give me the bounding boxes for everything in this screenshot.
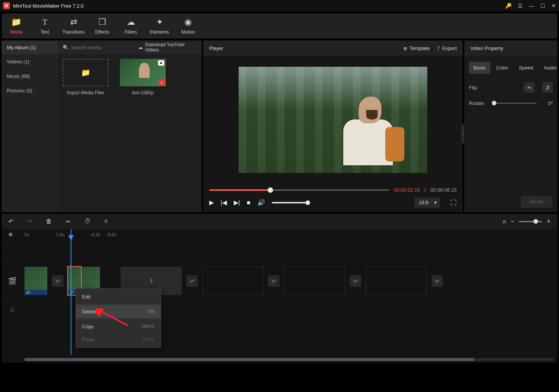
volume-slider[interactable] xyxy=(272,202,310,203)
stop-button[interactable]: ■ xyxy=(247,199,250,206)
timeline-toolbar: ↶ ↷ 🗑 ✂ ⏱ ⌗ ⎚ − + xyxy=(2,214,557,229)
redo-button[interactable]: ↷ xyxy=(27,218,32,225)
media-panel: My Album (1) Videos (1) Music (88) Pictu… xyxy=(2,40,202,212)
time-total: 00:00:06.15 xyxy=(430,187,457,193)
upload-icon: ⤴ xyxy=(437,45,440,51)
app-title: MiniTool MovieMaker Free 7.2.0 xyxy=(13,3,505,9)
volume-icon[interactable]: 🔊 xyxy=(257,199,265,206)
fit-zoom-icon[interactable]: ⎚ xyxy=(503,219,506,224)
play-button[interactable]: ▶ xyxy=(209,199,214,206)
prop-tab-basic[interactable]: Basic xyxy=(469,62,490,74)
elements-icon: ✦ xyxy=(156,17,163,27)
zoom-out-button[interactable]: − xyxy=(511,218,515,226)
search-field[interactable] xyxy=(71,45,135,50)
transition-slot[interactable]: ⇄ xyxy=(268,275,280,287)
folder-open-icon: 📁 xyxy=(81,68,90,77)
sidebar-item-music[interactable]: Music (88) xyxy=(2,69,58,83)
flip-label: Flip: xyxy=(469,85,492,90)
maximize-button[interactable]: ☐ xyxy=(540,3,545,9)
cloud-icon: ☁ xyxy=(138,45,143,50)
add-track-button[interactable]: ⊕ xyxy=(8,231,13,237)
media-sidebar: My Album (1) Videos (1) Music (88) Pictu… xyxy=(2,40,58,212)
reset-button[interactable]: Reset xyxy=(521,196,552,208)
tab-filters[interactable]: ☁ Filters xyxy=(116,13,145,39)
folder-icon: 📁 xyxy=(11,17,21,27)
speed-button[interactable]: ⏱ xyxy=(84,218,90,225)
player-title: Player xyxy=(209,45,396,51)
aspect-ratio-select[interactable]: 16:9 xyxy=(414,197,440,208)
flip-vertical-button[interactable]: ⇵ xyxy=(542,82,553,93)
property-panel: Video Property › Basic Color Speed Audio… xyxy=(464,40,557,212)
sidebar-item-pictures[interactable]: Pictures (0) xyxy=(2,83,58,98)
playback-scrubber[interactable] xyxy=(209,189,389,191)
minimize-button[interactable]: ― xyxy=(529,3,534,9)
download-icon: ⬇ xyxy=(149,277,154,285)
split-button[interactable]: ✂ xyxy=(66,218,71,225)
export-button[interactable]: ⤴ Export xyxy=(437,45,457,51)
transition-slot[interactable]: ⇄ xyxy=(431,275,443,287)
video-track-icon: 🎬 xyxy=(5,277,20,285)
context-menu: Edit Delete Del Copy Ctrl+C Paste Ctrl+V xyxy=(76,288,161,348)
drop-zone[interactable] xyxy=(366,267,427,295)
timeline-scrollbar[interactable] xyxy=(24,358,554,361)
drop-zone[interactable] xyxy=(202,267,263,295)
ctx-copy[interactable]: Copy Ctrl+C xyxy=(76,320,161,333)
zoom-in-button[interactable]: + xyxy=(546,218,551,226)
search-input[interactable]: 🔍 xyxy=(63,45,135,50)
tab-elements[interactable]: ✦ Elements xyxy=(145,13,174,39)
drop-zone[interactable] xyxy=(284,267,345,295)
ctx-delete[interactable]: Delete Del xyxy=(76,305,161,318)
tab-motion[interactable]: ◉ Motion xyxy=(174,13,202,39)
sidebar-item-videos[interactable]: Videos (1) xyxy=(2,54,58,69)
tab-text[interactable]: T Text xyxy=(31,13,59,39)
import-media-button[interactable]: 📁 xyxy=(63,59,108,86)
layers-icon: ≣ xyxy=(403,45,407,51)
filters-icon: ☁ xyxy=(127,17,135,27)
playhead[interactable] xyxy=(71,229,71,355)
transition-slot[interactable]: ⇄ xyxy=(350,275,361,287)
album-title[interactable]: My Album (1) xyxy=(2,40,58,54)
tab-transitions[interactable]: ⇄ Transitions xyxy=(59,13,88,39)
zoom-slider[interactable] xyxy=(519,221,542,222)
timeline-clip[interactable]: 🔊 xyxy=(24,267,47,295)
player-panel: Player ≣ Template ⤴ Export xyxy=(203,40,463,212)
check-icon: ✓ xyxy=(159,79,165,85)
template-button[interactable]: ≣ Template xyxy=(403,45,430,51)
undo-button[interactable]: ↶ xyxy=(8,218,13,225)
prop-tab-audio[interactable]: Audio xyxy=(539,62,559,74)
import-label: Import Media Files xyxy=(67,90,105,95)
crop-button[interactable]: ⌗ xyxy=(104,218,108,225)
delete-button[interactable]: 🗑 xyxy=(46,218,52,225)
transition-slot[interactable]: ⇄ xyxy=(186,275,198,287)
search-icon: 🔍 xyxy=(63,45,69,50)
transition-slot[interactable]: ⇄ xyxy=(52,275,63,287)
motion-icon: ◉ xyxy=(184,17,192,27)
overlay-track[interactable] xyxy=(2,240,557,263)
prop-tab-speed[interactable]: Speed xyxy=(514,62,538,74)
tab-effects[interactable]: ❐ Effects xyxy=(88,13,116,39)
next-frame-button[interactable]: ▶| xyxy=(234,199,240,206)
time-current: 00:00:02.16 xyxy=(394,187,420,193)
ctx-paste: Paste Ctrl+V xyxy=(76,333,161,346)
transitions-icon: ⇄ xyxy=(70,17,77,27)
key-icon[interactable]: 🔑 xyxy=(505,3,512,9)
prop-tab-color[interactable]: Color xyxy=(492,62,513,74)
menu-icon[interactable]: ☰ xyxy=(518,3,523,9)
ctx-edit[interactable]: Edit xyxy=(76,290,161,303)
tab-media[interactable]: 📁 Media xyxy=(2,13,31,39)
timeline-ruler[interactable]: ⊕ 0s 2.6s 4.3s 6.6s xyxy=(2,229,557,240)
video-preview[interactable] xyxy=(239,67,427,173)
toolbar-tabs: 📁 Media T Text ⇄ Transitions ❐ Effects ☁… xyxy=(2,13,557,39)
video-icon: ■ xyxy=(158,60,164,66)
rotate-slider[interactable] xyxy=(492,103,537,104)
fullscreen-button[interactable]: ⛶ xyxy=(451,199,457,206)
effects-icon: ❐ xyxy=(99,17,106,27)
download-youtube-button[interactable]: ☁ Download YouTube Videos xyxy=(138,42,197,53)
app-logo: M xyxy=(3,2,10,9)
media-clip-thumbnail[interactable]: ■ ✓ xyxy=(120,59,166,86)
audio-track-icon: ♫ xyxy=(5,306,20,314)
flip-horizontal-button[interactable]: ⇋ xyxy=(524,82,535,93)
prev-frame-button[interactable]: |◀ xyxy=(221,199,227,206)
expand-panel-button[interactable]: › xyxy=(461,124,464,144)
close-button[interactable]: ✕ xyxy=(551,3,556,9)
